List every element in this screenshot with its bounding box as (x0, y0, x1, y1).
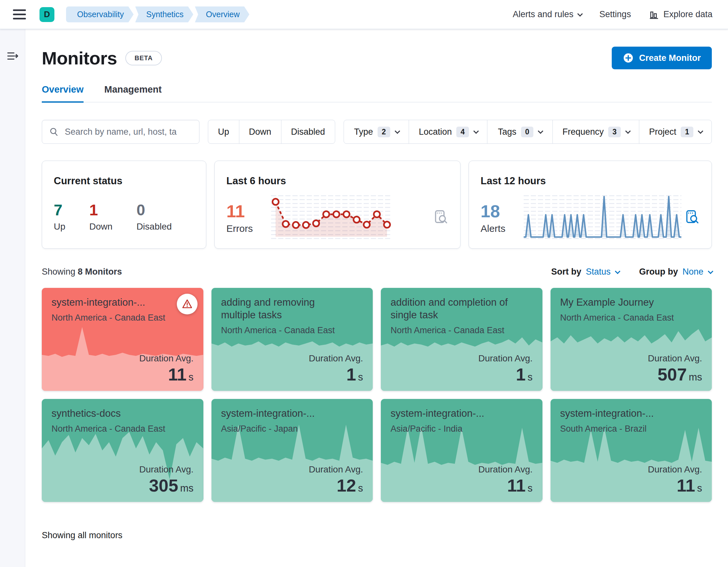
current-status-panel: Current status 7 Up 1 Down 0 Disabled (42, 161, 206, 249)
last-12-hours-title: Last 12 hours (481, 175, 700, 187)
breadcrumb: Observability Synthetics Overview (66, 6, 251, 22)
filter-down-button[interactable]: Down (239, 120, 281, 143)
explore-data-link[interactable]: Explore data (649, 9, 712, 20)
alerts-label: Alerts (481, 223, 506, 234)
alerts-count: 18 (481, 201, 506, 221)
monitor-card[interactable]: system-integration-... South America - B… (551, 399, 712, 502)
duration-label: Duration Avg. (648, 464, 702, 475)
monitor-card[interactable]: system-integration-... North America - C… (42, 288, 203, 391)
duration-label: Duration Avg. (139, 353, 194, 364)
errors-sparkline (271, 195, 392, 240)
monitor-title: system-integration-... (391, 407, 533, 420)
space-avatar[interactable]: D (40, 7, 54, 22)
monitor-location: Asia/Pacific - India (391, 423, 533, 435)
filter-project-label: Project (649, 127, 676, 137)
filter-frequency-dropdown[interactable]: Frequency 3 (552, 120, 639, 143)
duration-value: 1 (346, 365, 356, 384)
last-6-hours-title: Last 6 hours (226, 175, 449, 187)
group-by-control[interactable]: Group by None (639, 267, 712, 277)
filter-down-label: Down (249, 127, 271, 137)
duration-value: 507 (658, 365, 687, 384)
search-icon (49, 127, 59, 137)
duration-value: 11 (507, 476, 526, 495)
duration-label: Duration Avg. (478, 353, 533, 364)
monitor-duration: Duration Avg. 11s (478, 464, 533, 495)
monitor-location: South America - Brazil (560, 423, 702, 435)
disabled-label: Disabled (136, 221, 172, 232)
filter-disabled-button[interactable]: Disabled (281, 120, 335, 143)
duration-value: 305 (149, 476, 178, 495)
duration-unit: s (528, 371, 533, 383)
down-stat: 1 Down (89, 201, 113, 232)
duration-value: 11 (168, 365, 187, 384)
errors-count: 11 (226, 201, 253, 221)
search-input[interactable] (65, 127, 192, 137)
create-monitor-button[interactable]: Create Monitor (612, 47, 712, 69)
status-filter-group: Up Down Disabled (208, 120, 335, 144)
disabled-count: 0 (136, 201, 172, 219)
monitor-card[interactable]: addition and completion of single task N… (381, 288, 542, 391)
filter-location-dropdown[interactable]: Location 4 (409, 120, 487, 143)
monitor-card[interactable]: synthetics-docs North America - Canada E… (42, 399, 203, 502)
main-content: Monitors BETA Create Monitor Overview Ma… (25, 29, 728, 567)
expand-menu-icon[interactable] (6, 51, 19, 62)
duration-label: Duration Avg. (139, 464, 194, 475)
breadcrumb-overview[interactable]: Overview (195, 6, 249, 22)
last-12-hours-panel: Last 12 hours 18 Alerts (469, 161, 712, 249)
monitor-card[interactable]: My Example Journey North America - Canad… (551, 288, 712, 391)
filter-location-label: Location (419, 127, 452, 137)
chevron-down-icon (698, 128, 703, 134)
monitor-title: system-integration-... (221, 407, 363, 420)
duration-value: 12 (336, 476, 356, 495)
monitor-location: North America - Canada East (560, 312, 702, 323)
breadcrumb-observability[interactable]: Observability (66, 6, 134, 22)
down-count: 1 (89, 201, 113, 219)
inspect-errors-button[interactable] (433, 209, 449, 226)
filter-project-dropdown[interactable]: Project 1 (639, 120, 711, 143)
filter-type-dropdown[interactable]: Type 2 (344, 120, 409, 143)
showing-prefix: Showing (42, 267, 75, 277)
monitor-card[interactable]: system-integration-... Asia/Pacific - Ja… (211, 399, 373, 502)
filter-tags-dropdown[interactable]: Tags 0 (487, 120, 552, 143)
tab-bar: Overview Management (42, 84, 712, 102)
search-box (42, 120, 199, 144)
settings-label: Settings (599, 9, 631, 19)
duration-label: Duration Avg. (648, 353, 702, 364)
monitor-location: North America - Canada East (51, 312, 194, 323)
monitor-card[interactable]: adding and removing multiple tasks North… (211, 288, 373, 391)
duration-unit: s (358, 482, 363, 494)
monitor-location: Asia/Pacific - Japan (221, 423, 363, 435)
filter-up-button[interactable]: Up (208, 120, 239, 143)
sort-by-control[interactable]: Sort by Status (551, 267, 619, 277)
monitor-title: adding and removing multiple tasks (221, 296, 363, 322)
attribute-filter-group: Type 2 Location 4 Tags 0 Frequency 3 Pro… (344, 120, 712, 144)
filter-type-count: 2 (378, 127, 390, 137)
monitor-card[interactable]: system-integration-... Asia/Pacific - In… (381, 399, 542, 502)
current-status-title: Current status (54, 175, 194, 187)
alerts-and-rules-menu[interactable]: Alerts and rules (513, 9, 581, 19)
filter-up-label: Up (218, 127, 229, 137)
showing-strong: 8 Monitors (78, 267, 122, 277)
monitor-duration: Duration Avg. 507ms (648, 353, 702, 384)
monitor-title: synthetics-docs (51, 407, 194, 420)
monitor-title: addition and completion of single task (391, 296, 533, 322)
chevron-down-icon (708, 268, 713, 274)
top-header: D Observability Synthetics Overview Aler… (0, 0, 728, 29)
duration-unit: s (358, 371, 363, 383)
bar-chart-icon (649, 9, 659, 20)
duration-unit: s (188, 371, 194, 383)
tab-overview[interactable]: Overview (42, 84, 84, 103)
errors-label: Errors (226, 223, 253, 234)
chevron-down-icon (473, 128, 479, 134)
settings-link[interactable]: Settings (599, 9, 631, 19)
tab-management[interactable]: Management (104, 84, 162, 102)
duration-unit: s (697, 482, 702, 494)
monitor-duration: Duration Avg. 305ms (139, 464, 194, 495)
page-title: Monitors (42, 48, 117, 69)
duration-value: 11 (677, 476, 695, 495)
menu-icon[interactable] (13, 8, 26, 21)
chevron-down-icon (394, 128, 400, 134)
inspect-alerts-button[interactable] (684, 209, 700, 226)
monitor-location: North America - Canada East (51, 423, 194, 435)
breadcrumb-synthetics[interactable]: Synthetics (135, 6, 193, 22)
